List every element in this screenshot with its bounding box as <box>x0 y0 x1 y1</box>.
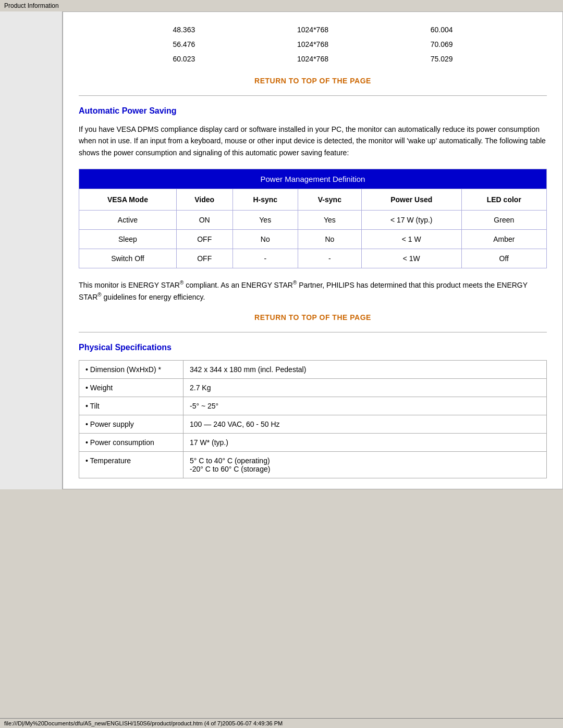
power-data-cell: ON <box>176 211 232 230</box>
power-col-header: H-sync <box>232 189 298 211</box>
power-col-header: LED color <box>461 189 546 211</box>
resolution-row: 60.0231024*76875.029 <box>126 52 500 66</box>
power-table-title: Power Management Definition <box>79 169 547 189</box>
power-saving-title: Automatic Power Saving <box>79 106 547 116</box>
power-data-cell: OFF <box>176 249 232 268</box>
power-data-row: Switch OffOFF--< 1WOff <box>79 249 547 268</box>
physical-specs-section: Physical Specifications • Dimension (WxH… <box>79 343 547 478</box>
spec-label: • Temperature <box>79 452 183 478</box>
spec-label: • Dimension (WxHxD) * <box>79 361 183 379</box>
power-data-cell: OFF <box>176 230 232 249</box>
power-col-header: V-sync <box>298 189 361 211</box>
power-data-cell: - <box>298 249 361 268</box>
power-data-cell: Active <box>79 211 177 230</box>
resolution-cell: 60.023 <box>126 52 242 66</box>
return-top-link-1[interactable]: RETURN TO TOP OF THE PAGE <box>79 77 547 85</box>
divider-1 <box>79 95 547 96</box>
energy-star-text: This monitor is ENERGY STAR® compliant. … <box>79 279 547 303</box>
return-top-link-2[interactable]: RETURN TO TOP OF THE PAGE <box>79 313 547 322</box>
left-nav <box>0 11 63 489</box>
spec-row: • Power supply100 — 240 VAC, 60 - 50 Hz <box>79 415 547 434</box>
power-data-cell: No <box>232 230 298 249</box>
power-data-cell: Yes <box>232 211 298 230</box>
power-data-cell: Amber <box>461 230 546 249</box>
resolution-cell: 48.363 <box>126 22 242 37</box>
power-saving-description: If you have VESA DPMS compliance display… <box>79 124 547 158</box>
resolution-cell: 70.069 <box>383 37 500 52</box>
return-top-anchor-2[interactable]: RETURN TO TOP OF THE PAGE <box>254 313 371 322</box>
resolution-cell: 1024*768 <box>242 22 383 37</box>
spec-label: • Power supply <box>79 415 183 434</box>
power-data-cell: Green <box>461 211 546 230</box>
status-bar: file:///D|/My%20Documents/dfu/A5_new/ENG… <box>0 718 563 728</box>
spec-row: • Power consumption17 W* (typ.) <box>79 434 547 452</box>
spec-value: 100 — 240 VAC, 60 - 50 Hz <box>183 415 547 434</box>
power-col-header: Power Used <box>361 189 461 211</box>
content-area: 48.3631024*76860.00456.4761024*76870.069… <box>63 11 563 489</box>
spec-label: • Tilt <box>79 397 183 415</box>
spec-value: 17 W* (typ.) <box>183 434 547 452</box>
power-data-row: ActiveONYesYes< 17 W (typ.)Green <box>79 211 547 230</box>
resolution-cell: 1024*768 <box>242 52 383 66</box>
spec-row: • Weight2.7 Kg <box>79 379 547 397</box>
power-table-col-headers: VESA ModeVideoH-syncV-syncPower UsedLED … <box>79 189 547 211</box>
power-data-cell: Switch Off <box>79 249 177 268</box>
power-data-cell: Yes <box>298 211 361 230</box>
resolution-row: 48.3631024*76860.004 <box>126 22 500 37</box>
spec-value: -5° ~ 25° <box>183 397 547 415</box>
power-data-row: SleepOFFNoNo< 1 WAmber <box>79 230 547 249</box>
specs-table: • Dimension (WxHxD) *342 x 344 x 180 mm … <box>79 360 547 478</box>
physical-specs-title: Physical Specifications <box>79 343 547 352</box>
power-data-cell: < 1 W <box>361 230 461 249</box>
power-data-cell: - <box>232 249 298 268</box>
divider-2 <box>79 332 547 332</box>
power-management-table: Power Management Definition VESA ModeVid… <box>79 169 547 268</box>
power-col-header: VESA Mode <box>79 189 177 211</box>
status-bar-text: file:///D|/My%20Documents/dfu/A5_new/ENG… <box>4 720 283 726</box>
power-table-header-row: Power Management Definition <box>79 169 547 189</box>
power-data-cell: No <box>298 230 361 249</box>
spec-label: • Weight <box>79 379 183 397</box>
spec-value: 2.7 Kg <box>183 379 547 397</box>
power-col-header: Video <box>176 189 232 211</box>
title-bar-label: Product Information <box>0 0 563 11</box>
resolution-cell: 1024*768 <box>242 37 383 52</box>
resolution-cell: 60.004 <box>383 22 500 37</box>
spec-row: • Temperature5° C to 40° C (operating)-2… <box>79 452 547 478</box>
power-saving-section: Automatic Power Saving If you have VESA … <box>79 106 547 303</box>
spec-row: • Tilt-5° ~ 25° <box>79 397 547 415</box>
spec-label: • Power consumption <box>79 434 183 452</box>
spec-value: 342 x 344 x 180 mm (incl. Pedestal) <box>183 361 547 379</box>
power-data-cell: < 1W <box>361 249 461 268</box>
power-data-cell: Sleep <box>79 230 177 249</box>
resolution-cell: 56.476 <box>126 37 242 52</box>
power-data-cell: Off <box>461 249 546 268</box>
resolution-cell: 75.029 <box>383 52 500 66</box>
power-data-cell: < 17 W (typ.) <box>361 211 461 230</box>
spec-value: 5° C to 40° C (operating)-20° C to 60° C… <box>183 452 547 478</box>
return-top-anchor-1[interactable]: RETURN TO TOP OF THE PAGE <box>254 77 371 85</box>
resolution-row: 56.4761024*76870.069 <box>126 37 500 52</box>
title-bar: Product Information <box>0 0 563 11</box>
spec-row: • Dimension (WxHxD) *342 x 344 x 180 mm … <box>79 361 547 379</box>
resolution-table: 48.3631024*76860.00456.4761024*76870.069… <box>126 22 500 66</box>
